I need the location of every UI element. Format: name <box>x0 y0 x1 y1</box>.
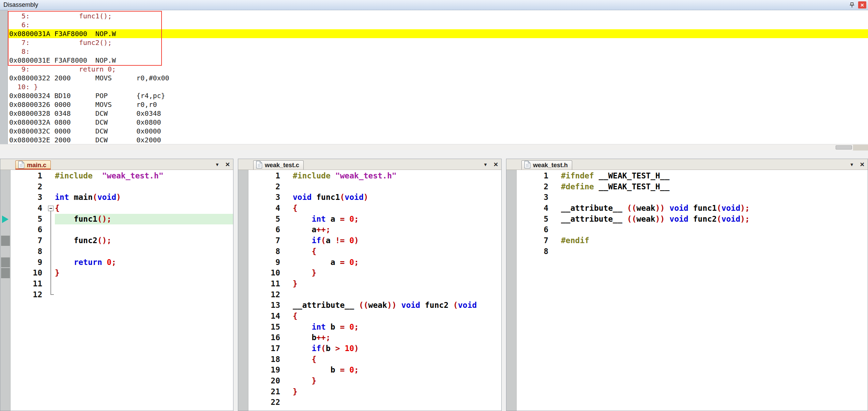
code-text[interactable] <box>55 181 233 192</box>
code-text[interactable]: #include "weak_test.h" <box>55 171 233 181</box>
code-text[interactable]: } <box>293 386 501 397</box>
breakpoint-margin[interactable] <box>238 376 248 386</box>
breakpoint-margin[interactable] <box>0 192 11 203</box>
close-button[interactable]: ✕ <box>858 1 866 9</box>
breakpoint-margin[interactable] <box>238 246 248 257</box>
editor-surface[interactable]: 1#include "weak_test.h"23int main(void)4… <box>0 170 233 411</box>
breakpoint-margin[interactable] <box>238 268 248 279</box>
chevron-down-icon[interactable]: ▼ <box>483 162 488 167</box>
code-text[interactable]: { <box>293 246 501 257</box>
chevron-down-icon[interactable]: ▼ <box>215 162 219 167</box>
code-text[interactable]: b++; <box>293 332 501 343</box>
breakpoint-margin[interactable] <box>238 279 248 289</box>
tab-main-c[interactable]: main.c <box>15 160 51 170</box>
disassembly-hscrollbar[interactable] <box>0 144 868 150</box>
code-text[interactable]: } <box>55 268 233 279</box>
code-text[interactable] <box>561 224 868 235</box>
breakpoint-margin[interactable] <box>0 224 11 235</box>
breakpoint-margin[interactable] <box>506 203 517 214</box>
breakpoint-margin[interactable] <box>0 257 11 268</box>
code-text[interactable]: { <box>293 354 501 365</box>
code-text[interactable] <box>55 224 233 235</box>
code-text[interactable]: func1(); <box>55 214 233 225</box>
vertical-splitter[interactable] <box>233 159 238 411</box>
code-text[interactable]: b = 0; <box>293 365 501 376</box>
close-icon[interactable]: ✕ <box>860 161 865 168</box>
close-icon[interactable]: ✕ <box>225 161 230 168</box>
breakpoint-margin[interactable] <box>238 311 248 322</box>
breakpoint-margin[interactable] <box>0 203 11 214</box>
code-text[interactable] <box>293 181 501 192</box>
code-text[interactable] <box>55 279 233 289</box>
breakpoint-margin[interactable] <box>238 386 248 397</box>
code-text[interactable]: func2(); <box>55 235 233 246</box>
breakpoint-margin[interactable] <box>238 365 248 376</box>
code-text[interactable] <box>55 246 233 257</box>
breakpoint-margin[interactable] <box>506 235 517 246</box>
breakpoint-margin[interactable] <box>238 235 248 246</box>
code-text[interactable]: int a = 0; <box>293 214 501 225</box>
code-text[interactable] <box>55 289 233 300</box>
breakpoint-margin[interactable] <box>238 203 248 214</box>
code-text[interactable]: if(a != 0) <box>293 235 501 246</box>
breakpoint-margin[interactable] <box>238 181 248 192</box>
breakpoint-margin[interactable] <box>0 235 11 246</box>
code-text[interactable]: a = 0; <box>293 257 501 268</box>
chevron-down-icon[interactable]: ▼ <box>850 162 854 167</box>
breakpoint-margin[interactable] <box>238 343 248 354</box>
code-text[interactable]: } <box>293 376 501 386</box>
breakpoint-margin[interactable] <box>238 397 248 408</box>
horizontal-splitter[interactable] <box>0 150 868 159</box>
breakpoint-margin[interactable] <box>238 332 248 343</box>
code-text[interactable]: #endif <box>561 235 868 246</box>
tab-weak-test-c[interactable]: weak_test.c <box>253 160 304 170</box>
code-text[interactable]: } <box>293 279 501 289</box>
code-text[interactable]: if(b > 10) <box>293 343 501 354</box>
vertical-splitter[interactable] <box>502 159 506 411</box>
breakpoint-margin[interactable] <box>238 224 248 235</box>
code-text[interactable]: #define __WEAK_TEST_H__ <box>561 181 868 192</box>
code-text[interactable] <box>293 397 501 408</box>
code-text[interactable]: int b = 0; <box>293 322 501 333</box>
hscrollbar-thumb[interactable] <box>836 145 852 149</box>
breakpoint-margin[interactable] <box>0 289 11 300</box>
code-text[interactable]: } <box>293 268 501 279</box>
breakpoint-margin[interactable] <box>506 192 517 203</box>
breakpoint-margin[interactable] <box>0 279 11 289</box>
fold-collapse-box[interactable] <box>48 206 54 211</box>
breakpoint-margin[interactable] <box>0 214 11 225</box>
breakpoint-margin[interactable] <box>238 300 248 311</box>
breakpoint-margin[interactable] <box>0 268 11 279</box>
breakpoint-margin[interactable] <box>506 171 517 181</box>
breakpoint-margin[interactable] <box>238 192 248 203</box>
breakpoint-margin[interactable] <box>0 181 11 192</box>
code-text[interactable]: __attribute__ ((weak)) void func2 (void <box>293 300 501 311</box>
code-text[interactable]: { <box>293 311 501 322</box>
tab-weak-test-h[interactable]: weak_test.h <box>521 160 572 170</box>
close-icon[interactable]: ✕ <box>493 161 498 168</box>
breakpoint-margin[interactable] <box>238 214 248 225</box>
code-text[interactable]: { <box>293 203 501 214</box>
code-text[interactable]: void func1(void) <box>293 192 501 203</box>
breakpoint-margin[interactable] <box>238 322 248 333</box>
editor-surface[interactable]: 1#include "weak_test.h"23void func1(void… <box>238 170 501 411</box>
code-text[interactable] <box>561 192 868 203</box>
breakpoint-margin[interactable] <box>506 214 517 225</box>
breakpoint-margin[interactable] <box>238 289 248 300</box>
code-text[interactable]: __attribute__ ((weak)) void func2(void); <box>561 214 868 225</box>
code-text[interactable]: { <box>55 203 233 214</box>
disassembly-gutter[interactable] <box>0 10 8 144</box>
breakpoint-margin[interactable] <box>238 257 248 268</box>
breakpoint-margin[interactable] <box>506 224 517 235</box>
breakpoint-margin[interactable] <box>0 171 11 181</box>
breakpoint-margin[interactable] <box>506 181 517 192</box>
code-text[interactable]: return 0; <box>55 257 233 268</box>
code-text[interactable]: a++; <box>293 224 501 235</box>
code-text[interactable]: int main(void) <box>55 192 233 203</box>
disassembly-code[interactable]: 5: func1(); 6:0x0800031A F3AF8000 NOP.W … <box>8 12 868 144</box>
code-text[interactable] <box>293 289 501 300</box>
breakpoint-margin[interactable] <box>238 171 248 181</box>
code-text[interactable]: __attribute__ ((weak)) void func1(void); <box>561 203 868 214</box>
code-text[interactable] <box>561 246 868 257</box>
code-text[interactable]: #ifndef __WEAK_TEST_H__ <box>561 171 868 181</box>
